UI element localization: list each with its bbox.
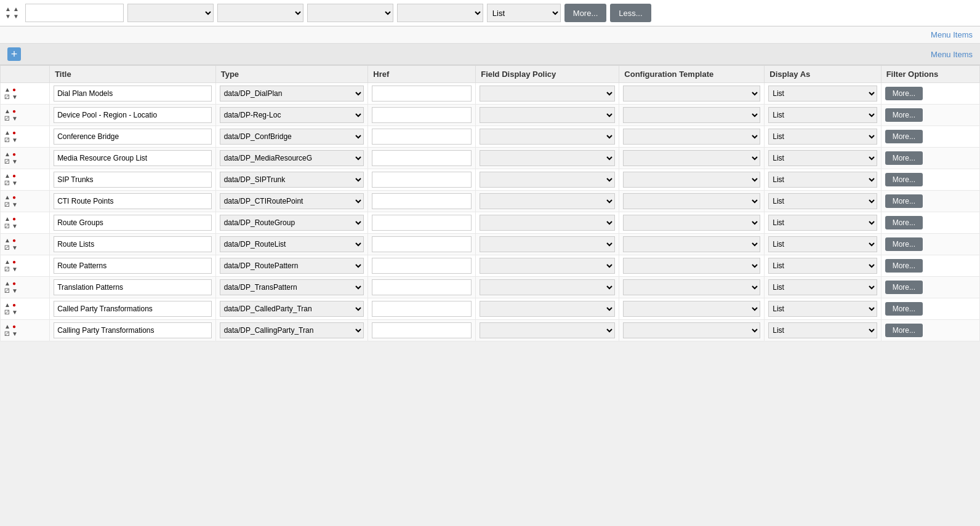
row-type-select[interactable]: data/DP_DialPlandata/DP-Reg-Locdata/DP_C… [220, 107, 364, 123]
row-da-select[interactable]: ListDetailTree [768, 301, 877, 317]
row-remove-icon[interactable]: ● [12, 280, 16, 287]
row-move-down-icon[interactable]: ▼ [12, 158, 18, 165]
row-fdp-select[interactable] [480, 279, 615, 295]
row-title-input[interactable] [54, 193, 212, 209]
row-move-up-icon[interactable]: ▲ [4, 258, 10, 266]
row-more-button[interactable]: More... [885, 324, 923, 337]
row-move-down-icon[interactable]: ▼ [12, 201, 18, 209]
row-move-down-icon[interactable]: ▼ [12, 287, 18, 295]
row-title-input[interactable] [54, 301, 212, 317]
row-move-down-icon[interactable]: ▼ [12, 266, 18, 273]
display-as-select[interactable]: List Detail Tree [487, 4, 561, 22]
row-type-select[interactable]: data/DP_DialPlandata/DP-Reg-Locdata/DP_C… [220, 193, 364, 209]
row-undo-icon[interactable]: ⚂ [4, 223, 10, 230]
row-more-button[interactable]: More... [885, 237, 923, 251]
row-move-down-icon[interactable]: ▼ [12, 94, 18, 101]
row-ct-select[interactable] [623, 279, 760, 295]
row-title-input[interactable] [54, 322, 212, 338]
select4[interactable] [397, 4, 483, 22]
row-move-up-icon[interactable]: ▲ [4, 301, 10, 309]
row-type-select[interactable]: data/DP_DialPlandata/DP-Reg-Locdata/DP_C… [220, 279, 364, 295]
row-remove-icon[interactable]: ● [12, 301, 16, 309]
row-type-select[interactable]: data/DP_DialPlandata/DP-Reg-Locdata/DP_C… [220, 301, 364, 317]
row-more-button[interactable]: More... [885, 281, 923, 294]
row-fdp-select[interactable] [480, 215, 615, 231]
row-href-input[interactable] [372, 236, 472, 252]
sort-up-right-icon[interactable]: ▲ [13, 6, 19, 12]
row-undo-icon[interactable]: ⚂ [4, 244, 10, 252]
sort-down-right-icon[interactable]: ▼ [13, 14, 19, 20]
row-move-up-icon[interactable]: ▲ [4, 172, 10, 180]
row-title-input[interactable] [54, 129, 212, 145]
row-move-down-icon[interactable]: ▼ [12, 115, 18, 122]
row-title-input[interactable] [54, 215, 212, 231]
row-undo-icon[interactable]: ⚂ [4, 287, 10, 295]
row-move-up-icon[interactable]: ▲ [4, 194, 10, 201]
row-href-input[interactable] [372, 322, 472, 338]
row-fdp-select[interactable] [480, 107, 615, 123]
row-fdp-select[interactable] [480, 193, 615, 209]
row-fdp-select[interactable] [480, 322, 615, 338]
row-da-select[interactable]: ListDetailTree [768, 172, 877, 188]
select2[interactable] [217, 4, 303, 22]
row-type-select[interactable]: data/DP_DialPlandata/DP-Reg-Locdata/DP_C… [220, 172, 364, 188]
row-ct-select[interactable] [623, 193, 760, 209]
row-undo-icon[interactable]: ⚂ [4, 330, 10, 338]
row-href-input[interactable] [372, 193, 472, 209]
row-ct-select[interactable] [623, 322, 760, 338]
row-title-input[interactable] [54, 279, 212, 295]
row-move-up-icon[interactable]: ▲ [4, 323, 10, 330]
row-da-select[interactable]: ListDetailTree [768, 129, 877, 145]
row-da-select[interactable]: ListDetailTree [768, 107, 877, 123]
title-input[interactable]: Dial Plan Models [25, 4, 124, 22]
row-ct-select[interactable] [623, 107, 760, 123]
row-fdp-select[interactable] [480, 129, 615, 145]
row-fdp-select[interactable] [480, 86, 615, 102]
row-undo-icon[interactable]: ⚂ [4, 115, 10, 122]
row-more-button[interactable]: More... [885, 173, 923, 186]
row-da-select[interactable]: ListDetailTree [768, 322, 877, 338]
row-move-down-icon[interactable]: ▼ [12, 223, 18, 230]
row-title-input[interactable] [54, 258, 212, 274]
row-title-input[interactable] [54, 172, 212, 188]
row-more-button[interactable]: More... [885, 302, 923, 316]
row-move-down-icon[interactable]: ▼ [12, 330, 18, 338]
row-type-select[interactable]: data/DP_DialPlandata/DP-Reg-Locdata/DP_C… [220, 86, 364, 102]
row-da-select[interactable]: ListDetailTree [768, 86, 877, 102]
row-href-input[interactable] [372, 129, 472, 145]
row-remove-icon[interactable]: ● [12, 86, 16, 94]
row-href-input[interactable] [372, 86, 472, 102]
row-undo-icon[interactable]: ⚂ [4, 137, 10, 144]
row-undo-icon[interactable]: ⚂ [4, 201, 10, 209]
row-move-down-icon[interactable]: ▼ [12, 244, 18, 252]
row-href-input[interactable] [372, 301, 472, 317]
row-more-button[interactable]: More... [885, 151, 923, 165]
select1[interactable] [127, 4, 214, 22]
row-da-select[interactable]: ListDetailTree [768, 236, 877, 252]
row-remove-icon[interactable]: ● [12, 237, 16, 244]
row-more-button[interactable]: More... [885, 87, 923, 100]
row-move-up-icon[interactable]: ▲ [4, 280, 10, 287]
select3[interactable] [307, 4, 393, 22]
row-title-input[interactable] [54, 236, 212, 252]
row-title-input[interactable] [54, 86, 212, 102]
row-undo-icon[interactable]: ⚂ [4, 266, 10, 273]
row-ct-select[interactable] [623, 172, 760, 188]
row-more-button[interactable]: More... [885, 108, 923, 122]
row-move-up-icon[interactable]: ▲ [4, 86, 10, 94]
more-button[interactable]: More... [564, 4, 606, 22]
row-ct-select[interactable] [623, 129, 760, 145]
row-da-select[interactable]: ListDetailTree [768, 193, 877, 209]
row-da-select[interactable]: ListDetailTree [768, 150, 877, 166]
row-ct-select[interactable] [623, 236, 760, 252]
row-remove-icon[interactable]: ● [12, 151, 16, 158]
sort-down-left-icon[interactable]: ▼ [5, 14, 11, 20]
add-button[interactable]: + [7, 47, 21, 61]
row-move-up-icon[interactable]: ▲ [4, 215, 10, 223]
row-move-down-icon[interactable]: ▼ [12, 309, 18, 316]
row-ct-select[interactable] [623, 301, 760, 317]
row-href-input[interactable] [372, 258, 472, 274]
row-undo-icon[interactable]: ⚂ [4, 94, 10, 101]
row-href-input[interactable] [372, 215, 472, 231]
row-type-select[interactable]: data/DP_DialPlandata/DP-Reg-Locdata/DP_C… [220, 322, 364, 338]
